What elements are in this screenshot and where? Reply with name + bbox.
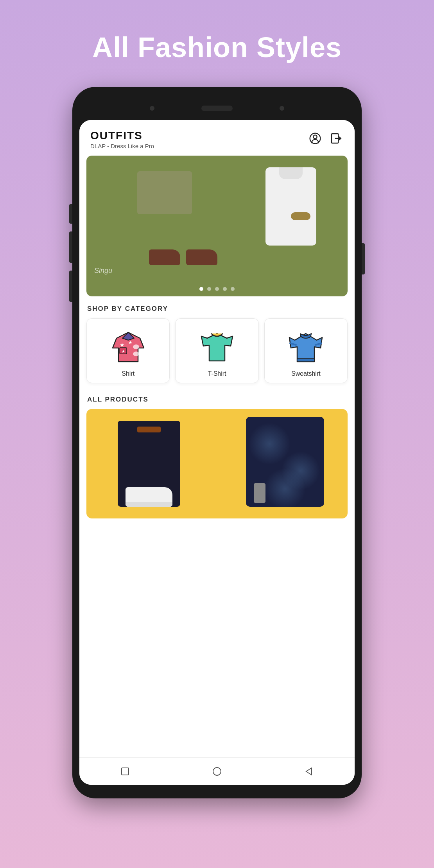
watch-item xyxy=(254,483,265,503)
sneaker-item xyxy=(126,487,172,507)
profile-icon-button[interactable] xyxy=(308,131,323,146)
app-title-section: OUTFITS DLAP - Dress Like a Pro xyxy=(90,129,154,149)
category-card-shirt[interactable]: ★ ★ ★ ★ Shirt xyxy=(86,318,170,383)
dot-3[interactable] xyxy=(215,287,219,291)
products-section xyxy=(79,409,355,757)
svg-text:★: ★ xyxy=(120,342,125,348)
sensor-dot xyxy=(280,106,284,111)
category-row: ★ ★ ★ ★ Shirt xyxy=(79,318,355,387)
svg-rect-17 xyxy=(297,359,314,362)
jeans-belt xyxy=(137,427,161,432)
circle-icon xyxy=(213,768,221,775)
tshirt-category-icon xyxy=(197,326,237,366)
sweatshirt-category-icon xyxy=(286,326,325,366)
svg-marker-13 xyxy=(201,334,233,361)
sunglasses-item xyxy=(291,212,310,220)
shoe-left-item xyxy=(149,249,180,265)
banner-image: Singu xyxy=(86,156,348,296)
svg-point-9 xyxy=(133,344,139,349)
back-icon xyxy=(306,768,312,775)
svg-text:★: ★ xyxy=(122,349,125,353)
shirt-category-icon: ★ ★ ★ ★ xyxy=(109,326,148,366)
product-illustration xyxy=(86,409,348,518)
svg-point-10 xyxy=(133,352,139,356)
door-exit-icon xyxy=(330,132,343,145)
svg-text:★: ★ xyxy=(128,340,133,345)
carousel-dots xyxy=(199,287,235,291)
shirt-label: Shirt xyxy=(122,370,135,377)
header-icons xyxy=(308,131,344,146)
pants-item xyxy=(137,171,192,214)
speaker-grille xyxy=(201,106,233,111)
dot-2[interactable] xyxy=(207,287,211,291)
svg-point-1 xyxy=(313,135,317,138)
banner-carousel[interactable]: Singu xyxy=(86,156,348,296)
logout-icon-button[interactable] xyxy=(329,131,344,146)
app-header: OUTFITS DLAP - Dress Like a Pro xyxy=(79,120,355,156)
app-subtitle: DLAP - Dress Like a Pro xyxy=(90,143,154,149)
category-card-tshirt[interactable]: T-Shirt xyxy=(175,318,258,383)
app-title: OUTFITS xyxy=(90,129,154,142)
svg-marker-5 xyxy=(122,332,134,340)
nav-back-button[interactable] xyxy=(302,764,316,778)
product-card-1[interactable] xyxy=(86,409,348,518)
shoe-right-item xyxy=(186,249,217,265)
dot-1[interactable] xyxy=(199,287,203,291)
nav-home-button[interactable] xyxy=(118,764,132,778)
person-circle-icon xyxy=(309,132,321,145)
phone-frame: OUTFITS DLAP - Dress Like a Pro xyxy=(72,87,362,798)
dot-5[interactable] xyxy=(231,287,235,291)
shirt-collar xyxy=(279,167,303,179)
volume-silent-button xyxy=(69,204,72,224)
tshirt-label: T-Shirt xyxy=(208,370,226,377)
nav-circle-button[interactable] xyxy=(210,764,224,778)
outfit-illustration xyxy=(86,156,348,296)
products-section-heading: ALL PRODUCTS xyxy=(79,387,355,409)
phone-screen: OUTFITS DLAP - Dress Like a Pro xyxy=(79,120,355,785)
phone-top-bar xyxy=(79,99,355,118)
category-section-heading: SHOP BY CATEGORY xyxy=(79,296,355,318)
shirt-item xyxy=(265,167,316,246)
volume-down-button xyxy=(69,271,72,302)
power-button xyxy=(362,243,365,274)
volume-up-button xyxy=(69,231,72,263)
bottom-navigation xyxy=(79,757,355,785)
front-camera-dot xyxy=(150,106,154,111)
sweatshirt-label: Sweatshirt xyxy=(291,370,321,377)
square-icon xyxy=(122,768,129,775)
banner-watermark: Singu xyxy=(94,267,112,275)
category-card-sweatshirt[interactable]: Sweatshirt xyxy=(264,318,348,383)
sneaker-sole xyxy=(126,502,172,507)
page-title: All Fashion Styles xyxy=(92,31,342,63)
dot-4[interactable] xyxy=(223,287,227,291)
